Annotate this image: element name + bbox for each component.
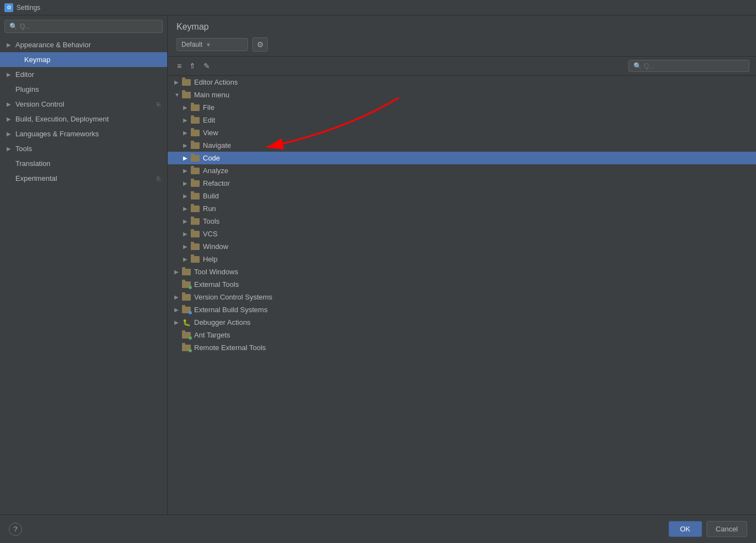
- tree-arrow-icon: ▶: [183, 243, 191, 250]
- sidebar-item-experimental[interactable]: ▶ Experimental ⎘: [0, 171, 167, 186]
- tree-arrow-icon: ▶: [174, 79, 182, 85]
- folder-icon: [191, 168, 200, 174]
- copy-icon: ⎘: [157, 175, 161, 182]
- main-content: Keymap Default ▼ ⚙ ≡ ⇑ ✎ 🔍: [168, 15, 756, 514]
- folder-icon: [182, 92, 191, 98]
- chevron-down-icon: ▼: [206, 42, 211, 48]
- keymap-search-input[interactable]: [644, 62, 744, 70]
- sidebar-item-editor[interactable]: ▶ Editor: [0, 67, 167, 82]
- tree-item-editor-actions[interactable]: ▶ Editor Actions: [168, 76, 756, 88]
- sidebar-item-keymap[interactable]: ▶ Keymap: [0, 52, 167, 67]
- tree-arrow-icon: ▶: [183, 218, 191, 224]
- search-input[interactable]: [20, 23, 158, 30]
- tree-item-external-tools[interactable]: ▶ External Tools: [168, 278, 756, 291]
- sidebar-label: Appearance & Behavior: [15, 41, 91, 49]
- help-icon: ?: [13, 525, 17, 533]
- tree-arrow-icon: ▶: [183, 168, 191, 174]
- toolbar-search[interactable]: 🔍: [628, 60, 749, 72]
- folder-icon: [191, 218, 200, 225]
- edit-button[interactable]: ✎: [201, 60, 213, 72]
- gear-button[interactable]: ⚙: [252, 37, 268, 52]
- sidebar-item-appearance[interactable]: ▶ Appearance & Behavior: [0, 37, 167, 52]
- tree-item-ant-targets[interactable]: ▶ Ant Targets: [168, 329, 756, 341]
- bottom-actions: OK Cancel: [669, 521, 747, 537]
- tree-item-tool-windows[interactable]: ▶ Tool Windows: [168, 265, 756, 278]
- tree-arrow-icon: ▶: [183, 142, 191, 148]
- sidebar-item-build[interactable]: ▶ Build, Execution, Deployment: [0, 112, 167, 126]
- tree-item-file[interactable]: ▶ File: [168, 101, 756, 114]
- tree-label: Help: [203, 255, 218, 263]
- tree-item-ext-build-systems[interactable]: ▶ External Build Systems: [168, 303, 756, 316]
- tree-item-vcs-systems[interactable]: ▶ Version Control Systems: [168, 291, 756, 303]
- folder-icon: [182, 281, 191, 288]
- tree-label: Version Control Systems: [194, 293, 272, 301]
- tree-item-view[interactable]: ▶ View: [168, 126, 756, 139]
- tree-item-remote-ext-tools[interactable]: ▶ Remote External Tools: [168, 341, 756, 354]
- tree-arrow-icon: ▶: [183, 256, 191, 262]
- copy-icon: ⎘: [157, 101, 161, 108]
- tree-label: Ant Targets: [194, 331, 230, 339]
- keymap-header: Keymap Default ▼ ⚙: [168, 15, 756, 57]
- tree-arrow-icon: ▶: [174, 332, 182, 338]
- collapse-all-button[interactable]: ≡: [174, 60, 184, 72]
- arrow-icon: ▶: [7, 131, 13, 137]
- ok-button[interactable]: OK: [669, 521, 702, 537]
- tree-item-main-menu[interactable]: ▼ Main menu: [168, 88, 756, 101]
- sidebar-label: Build, Execution, Deployment: [15, 115, 109, 123]
- tree-label: Navigate: [203, 141, 231, 149]
- tree-arrow-icon: ▶: [174, 319, 182, 325]
- dropdown-value: Default: [181, 41, 202, 48]
- sidebar-label: Version Control: [15, 100, 64, 108]
- tree-label: VCS: [203, 230, 218, 238]
- tree-item-navigate[interactable]: ▶ Navigate: [168, 139, 756, 152]
- folder-icon: [182, 79, 191, 86]
- tree-item-refactor[interactable]: ▶ Refactor: [168, 177, 756, 190]
- cancel-button[interactable]: Cancel: [707, 521, 747, 537]
- tree-item-analyze[interactable]: ▶ Analyze: [168, 164, 756, 177]
- sidebar-item-languages[interactable]: ▶ Languages & Frameworks: [0, 126, 167, 141]
- tree-arrow-icon: ▶: [183, 104, 191, 110]
- tree-item-code[interactable]: ▶ Code: [168, 152, 756, 164]
- tree-item-build[interactable]: ▶ Build: [168, 190, 756, 202]
- folder-icon: [191, 104, 200, 111]
- bug-icon: 🐛: [182, 319, 191, 326]
- tree-arrow-icon: ▶: [174, 294, 182, 300]
- sidebar-items: ▶ Appearance & Behavior ▶ Keymap ▶ Edito…: [0, 37, 167, 514]
- tree-label: Code: [203, 154, 220, 162]
- tree-arrow-icon: ▶: [183, 180, 191, 186]
- gear-icon: ⚙: [257, 40, 264, 49]
- tree-label: Edit: [203, 116, 215, 124]
- folder-icon: [191, 130, 200, 136]
- title-bar-text: Settings: [16, 4, 40, 12]
- edit-icon: ✎: [203, 62, 210, 70]
- keymap-title: Keymap: [176, 22, 747, 32]
- sidebar-item-version-control[interactable]: ▶ Version Control ⎘: [0, 97, 167, 112]
- keymap-dropdown[interactable]: Default ▼: [176, 38, 248, 51]
- help-button[interactable]: ?: [9, 523, 22, 536]
- search-box[interactable]: 🔍: [4, 20, 163, 33]
- tree-label: Editor Actions: [194, 78, 238, 86]
- tree-label: Debugger Actions: [194, 318, 251, 326]
- tree-item-tools-menu[interactable]: ▶ Tools: [168, 215, 756, 228]
- tree-item-vcs[interactable]: ▶ VCS: [168, 228, 756, 240]
- tree-arrow-icon: ▶: [183, 206, 191, 212]
- sidebar-item-plugins[interactable]: ▶ Plugins: [0, 82, 167, 97]
- tree-label: Tools: [203, 217, 219, 225]
- sidebar-item-translation[interactable]: ▶ Translation: [0, 156, 167, 171]
- folder-icon: [191, 117, 200, 124]
- tree-label: Build: [203, 192, 219, 200]
- tree-arrow-icon: ▶: [174, 307, 182, 313]
- tree-item-edit[interactable]: ▶ Edit: [168, 114, 756, 126]
- folder-icon: [182, 332, 191, 339]
- tree-item-run[interactable]: ▶ Run: [168, 202, 756, 215]
- folder-icon: [191, 155, 200, 162]
- expand-all-button[interactable]: ⇑: [186, 60, 198, 72]
- folder-icon: [191, 243, 200, 250]
- tree-item-debugger-actions[interactable]: ▶ 🐛 Debugger Actions: [168, 316, 756, 329]
- arrow-icon: ▶: [7, 160, 13, 167]
- tree-item-help[interactable]: ▶ Help: [168, 253, 756, 265]
- tree-item-window[interactable]: ▶ Window: [168, 240, 756, 253]
- collapse-all-icon: ≡: [177, 62, 181, 70]
- tree-label: Analyze: [203, 167, 228, 175]
- sidebar-item-tools[interactable]: ▶ Tools: [0, 141, 167, 156]
